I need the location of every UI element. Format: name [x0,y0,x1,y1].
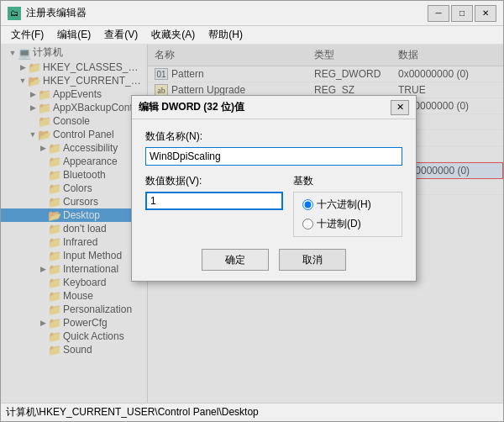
minimize-button[interactable]: ─ [428,5,449,22]
value-name-label: 数值名称(N): [145,129,402,144]
value-data-section: 数值数据(V): [145,174,283,210]
dialog-buttons: 确定 取消 [145,249,402,271]
menu-bar: 文件(F)编辑(E)查看(V)收藏夹(A)帮助(H) [1,26,503,45]
dialog-body: 数值名称(N): 数值数据(V): 基数 十六进制( [132,119,416,281]
dialog-overlay: 编辑 DWORD (32 位)值 ✕ 数值名称(N): 数值数据(V): 基数 [1,45,503,403]
app-icon: 🗂 [8,7,21,20]
edit-dword-dialog: 编辑 DWORD (32 位)值 ✕ 数值名称(N): 数值数据(V): 基数 [131,95,417,282]
value-name-input[interactable] [145,147,402,166]
base-radio-group: 十六进制(H) 十进制(D) [293,192,402,237]
status-bar: 计算机\HKEY_CURRENT_USER\Control Panel\Desk… [1,403,503,421]
menu-item[interactable]: 查看(V) [97,26,144,44]
status-text: 计算机\HKEY_CURRENT_USER\Control Panel\Desk… [6,405,259,419]
title-bar: 🗂 注册表编辑器 ─ □ ✕ [1,1,503,26]
menu-item[interactable]: 编辑(E) [50,26,97,44]
value-data-input[interactable] [145,192,283,210]
maximize-button[interactable]: □ [451,5,473,22]
window-controls: ─ □ ✕ [428,5,496,22]
ok-button[interactable]: 确定 [202,249,269,271]
hex-radio-item[interactable]: 十六进制(H) [302,198,393,212]
menu-item[interactable]: 收藏夹(A) [144,26,202,44]
value-data-label: 数值数据(V): [145,174,283,188]
dec-radio-item[interactable]: 十进制(D) [302,217,393,231]
dialog-title-bar: 编辑 DWORD (32 位)值 ✕ [132,96,416,119]
main-content: ▼💻计算机▶📁HKEY_CLASSES_ROOT▼📂HKEY_CURRENT_U… [1,45,503,403]
dec-radio-label: 十进制(D) [317,217,361,231]
hex-radio-label: 十六进制(H) [317,198,371,212]
dialog-close-button[interactable]: ✕ [391,100,409,115]
base-section: 基数 十六进制(H) 十进制(D) [293,174,402,237]
main-window: 🗂 注册表编辑器 ─ □ ✕ 文件(F)编辑(E)查看(V)收藏夹(A)帮助(H… [0,0,504,422]
hex-radio[interactable] [302,199,313,210]
cancel-button[interactable]: 取消 [279,249,346,271]
menu-item[interactable]: 帮助(H) [202,26,249,44]
base-label: 基数 [293,174,402,188]
window-title: 注册表编辑器 [26,6,428,20]
value-data-row: 数值数据(V): 基数 十六进制(H) [145,174,402,237]
menu-item[interactable]: 文件(F) [4,26,50,44]
dec-radio[interactable] [302,219,313,229]
close-button[interactable]: ✕ [475,5,496,22]
dialog-title: 编辑 DWORD (32 位)值 [139,100,391,114]
